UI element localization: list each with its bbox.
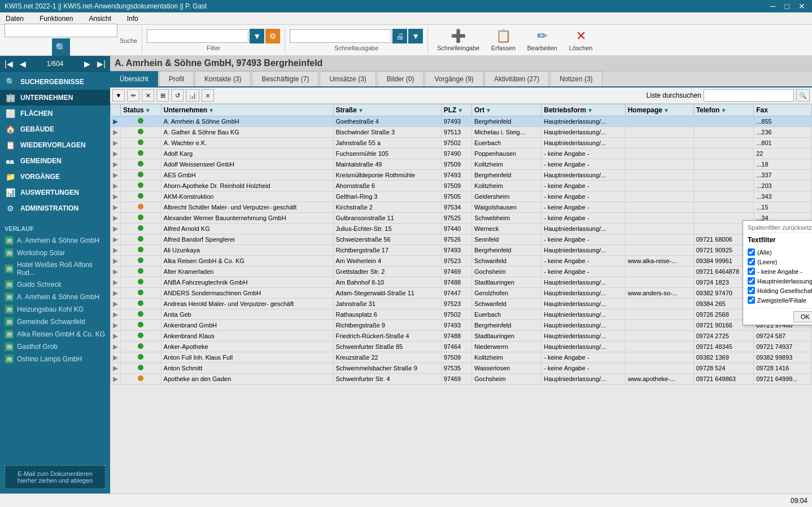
verlauf-item[interactable]: 🏢Gemeinde Schwanfeld	[0, 316, 110, 328]
table-row[interactable]: ▶Alka Reisen GmbH & Co. KGAm Weiherlein …	[111, 256, 812, 266]
table-row[interactable]: ▶Albrecht Schäfer Maler- und Verputzer- …	[111, 202, 812, 213]
sidebar-item-suchergebnisse[interactable]: 🔍 SUCHERGEBNISSE	[0, 74, 110, 90]
verlauf-item[interactable]: 🏢Guido Schreck	[0, 278, 110, 291]
email-drop-zone[interactable]: E-Mail zum Dokumentierenhierher ziehen u…	[5, 465, 106, 489]
sidebar-item-gebaeude[interactable]: 🏠 GEBÄUDE	[0, 121, 110, 137]
menu-info[interactable]: Info	[124, 14, 142, 24]
tbl-export-button[interactable]: ≡	[202, 89, 214, 102]
table-row[interactable]: ▶ANDERS Sondermaschinen GmbHAdam-Stegerw…	[111, 288, 812, 299]
list-search-button[interactable]: 🔍	[796, 89, 810, 102]
tab-bersicht[interactable]: Übersicht	[110, 71, 158, 86]
nav-first-button[interactable]: |◀	[2, 58, 15, 69]
list-search-input[interactable]	[704, 89, 794, 102]
verlauf-item[interactable]: 🏢Alka Reisen GmbH & Co. KG	[0, 328, 110, 340]
verlauf-item[interactable]: 🏢A. Amrhein & Söhne GmbH	[0, 291, 110, 303]
col-header-strasse[interactable]: Straße▼	[333, 104, 441, 116]
tab-notizen[interactable]: Notizen (3)	[550, 71, 603, 86]
nav-next-button[interactable]: ▶	[82, 58, 93, 69]
table-row[interactable]: ▶Anton SchmittSchwemmelsbacher Straße 99…	[111, 363, 812, 374]
table-row[interactable]: ▶Anita GebRathausplatz 697502EuerbachHau…	[111, 309, 812, 320]
col-filter-checkbox[interactable]	[748, 258, 755, 265]
schnellausgabe-arrow-button[interactable]: ▼	[408, 29, 423, 43]
search-input[interactable]	[5, 24, 117, 37]
col-header-status[interactable]: Status▼	[121, 104, 161, 116]
tab-profil[interactable]: Profil	[159, 71, 194, 86]
sidebar-item-wiedervorlagen[interactable]: 📋 WIEDERVORLAGEN	[0, 137, 110, 153]
table-row[interactable]: ▶A. Gather & Söhne Bau KGBischwinder Str…	[111, 127, 812, 138]
col-header-plz[interactable]: PLZ▼	[441, 104, 472, 116]
nav-prev-button[interactable]: ◀	[18, 58, 28, 69]
sidebar-item-unternehmen[interactable]: 🏢 UNTERNEHMEN	[0, 90, 110, 106]
col-header-telefon[interactable]: Telefon▼	[693, 104, 754, 116]
tbl-edit-button[interactable]: ✏	[127, 89, 139, 102]
col-header-ort[interactable]: Ort▼	[472, 104, 541, 116]
filter-input[interactable]	[147, 29, 248, 43]
table-row[interactable]: ▶Anton Full Inh. Klaus FullKreuzstraße 2…	[111, 352, 812, 363]
nav-last-button[interactable]: ▶|	[95, 58, 108, 69]
table-wrapper[interactable]: Status▼Unternehmen▼Straße▼PLZ▼Ort▼Betrie…	[110, 104, 812, 493]
sidebar-item-vorgaenge[interactable]: 📁 VORGÄNGE	[0, 169, 110, 185]
filter-action-button[interactable]: ⚙	[265, 29, 280, 43]
maximize-button[interactable]: □	[783, 2, 792, 11]
sidebar-item-flaechen[interactable]: ⬜ FLÄCHEN	[0, 106, 110, 121]
tab-kontakte[interactable]: Kontakte (3)	[195, 71, 251, 86]
col-header-betriebsform[interactable]: Betriebsform▼	[542, 104, 625, 116]
table-row[interactable]: ▶Alfred Arnold KGJulius-Echter-Str. 1597…	[111, 224, 812, 234]
tbl-chart-button[interactable]: 📊	[186, 89, 199, 102]
table-row[interactable]: ▶A. Wachter e.K.Jahnstraße 55 a97502Euer…	[111, 138, 812, 148]
verlauf-item[interactable]: 🏢Workshop Solar	[0, 247, 110, 259]
col-filter-checkbox[interactable]	[748, 277, 755, 285]
tab-vorgnge[interactable]: Vorgänge (9)	[425, 71, 483, 86]
bearbeiten-button[interactable]: ✏ Bearbeiten	[522, 27, 561, 54]
tab-beschftigte[interactable]: Beschäftigte (7)	[252, 71, 318, 86]
sidebar-item-auswertungen[interactable]: 📊 AUSWERTUNGEN	[0, 185, 110, 200]
table-row[interactable]: ▶AES GmbHKreismülldeponie Rothmühle97493…	[111, 170, 812, 181]
verlauf-item[interactable]: 🏢Hotel Weißes Roß Alfons Rud...	[0, 259, 110, 278]
table-row[interactable]: ▶Adolf Weissenseel GmbHMaintalstraße 499…	[111, 159, 812, 170]
table-row[interactable]: ▶Ankenbrand GmbHRichtbergstraße 997493Be…	[111, 320, 812, 331]
tbl-expand-button[interactable]: ⊞	[156, 89, 169, 102]
filter-funnel-button[interactable]: ▼	[250, 29, 264, 43]
table-row[interactable]: ▶Ali UzunkayaRichtbergstraße 1797493Berg…	[111, 245, 812, 256]
verlauf-item[interactable]: 🏢Gasthof Grob	[0, 340, 110, 353]
tbl-delete-button[interactable]: ✕	[142, 89, 154, 102]
tab-aktivitten[interactable]: Aktivitäten (27)	[484, 71, 549, 86]
table-row[interactable]: ▶ANBA Fahrzeugtechnik GmbHAm Bahnhof 8-1…	[111, 277, 812, 288]
col-filter-checkbox[interactable]	[748, 296, 755, 304]
tbl-refresh-button[interactable]: ↺	[171, 89, 184, 102]
schnellausgabe-input[interactable]	[290, 29, 391, 43]
tab-bilder[interactable]: Bilder (0)	[377, 71, 424, 86]
table-row[interactable]: ▶Ankenbrand KlausFriedrich-Rückert-Straß…	[111, 331, 812, 342]
col-filter-checkbox[interactable]	[748, 287, 755, 294]
search-button[interactable]: 🔍	[52, 38, 70, 56]
sidebar-item-gemeinden[interactable]: 🏘 GEMEINDEN	[0, 153, 110, 169]
sidebar-item-administration[interactable]: ⚙ ADMINISTRATION	[0, 200, 110, 216]
erfassen-button[interactable]: 📋 Erfassen	[486, 27, 520, 54]
col-filter-ok-button[interactable]: OK	[793, 311, 812, 322]
loeschen-button[interactable]: ✕ Löschen	[564, 27, 598, 54]
menu-funktionen[interactable]: Funktionen	[36, 14, 76, 24]
table-row[interactable]: ▶Anker-ApothekeSchweinfurter Straße 8597…	[111, 342, 812, 352]
table-row[interactable]: ▶Alfred Bandorf SpenglereiSchweizerstraß…	[111, 234, 812, 245]
tab-umstze[interactable]: Umsätze (3)	[320, 71, 376, 86]
table-row[interactable]: ▶Adolf KargFuchsenmühle 10597490Poppenha…	[111, 148, 812, 159]
verlauf-item[interactable]: 🏢Oshino Lamps GmbH	[0, 353, 110, 365]
table-row[interactable]: ▶A. Amrhein & Söhne GmbHGoethestraße 497…	[111, 116, 812, 127]
col-filter-checkbox[interactable]	[748, 268, 755, 275]
col-header-unternehmen[interactable]: Unternehmen▼	[161, 104, 333, 116]
table-row[interactable]: ▶AKM-KonstruktionGelthari-Ring 397505Gel…	[111, 191, 812, 202]
menu-ansicht[interactable]: Ansicht	[85, 14, 114, 24]
col-header-homepage[interactable]: Homepage▼	[625, 104, 693, 116]
schnellausgabe-print-button[interactable]: 🖨	[392, 29, 407, 43]
col-filter-reset[interactable]: Spaltenfilter zurücksetzen	[745, 223, 812, 233]
close-button[interactable]: ✕	[796, 2, 807, 11]
table-row[interactable]: ▶Alter KramerladenGrettstadter Str. 2974…	[111, 266, 812, 277]
tbl-filter-button[interactable]: ▼	[112, 89, 125, 102]
verlauf-item[interactable]: 🏢Heizungsbau Kohl KG	[0, 303, 110, 316]
verlauf-item[interactable]: 🏢A. Amrhein & Söhne GmbH	[0, 234, 110, 247]
col-header-fax[interactable]: Fax	[754, 104, 812, 116]
table-row[interactable]: ▶Ahorn-Apotheke Dr. Reinhold HolzheidAho…	[111, 181, 812, 191]
menu-daten[interactable]: Daten	[2, 14, 27, 24]
table-row[interactable]: ▶Apotheke an den GadenSchweinfurter Str.…	[111, 374, 812, 384]
schnelleingabe-button[interactable]: ➕ Schnelleingabe	[433, 27, 484, 54]
